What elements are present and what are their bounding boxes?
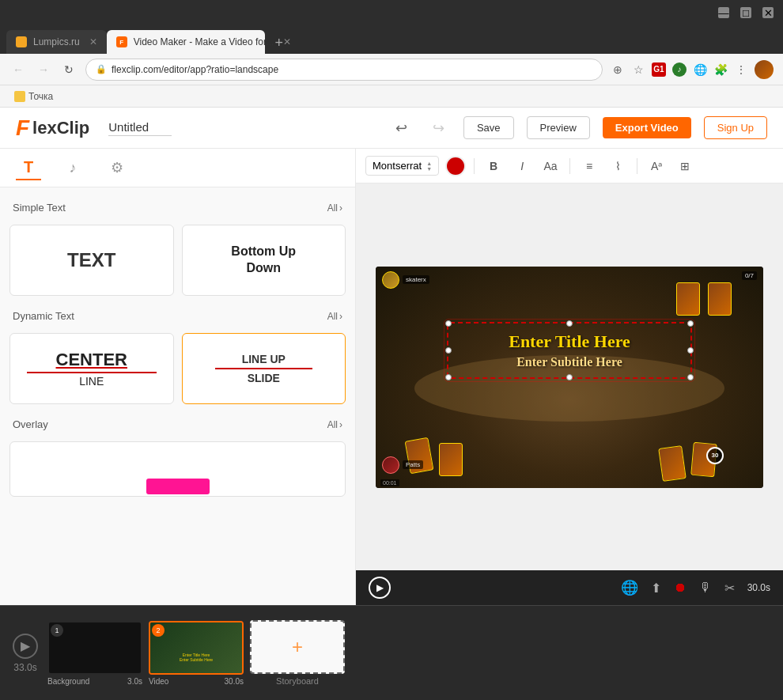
lineup-line [215,368,312,369]
storyboard-items: 1 Background 3.0s Enter Title HereEnter … [47,620,345,686]
back-button[interactable]: ← [9,61,27,78]
lineup-bottom: SLIDE [248,372,280,384]
redo-button[interactable]: ↪ [426,116,451,140]
bookmark-icon [14,91,25,102]
grid-button[interactable]: ⊞ [674,155,696,177]
handle-bm[interactable] [566,374,573,380]
video-subtitle-text[interactable]: Enter Subtitle Here [456,355,683,369]
game-ui-bottom-left: Patts [382,456,423,474]
handle-ml[interactable] [445,347,452,354]
simple-text-all[interactable]: All › [327,202,342,214]
left-panel: T ♪ ⚙ Simple Text All › [0,149,356,605]
refresh-button[interactable]: ↻ [60,61,78,78]
handle-tm[interactable] [566,320,573,327]
music-tab-icon: ♪ [70,160,77,176]
upload-control-icon[interactable]: ⬆ [651,581,661,596]
center-line-card[interactable]: CENTER LINE [9,333,174,404]
menu-icon[interactable]: ⋮ [734,62,748,77]
save-button[interactable]: Save [463,116,514,139]
bookmark-item[interactable]: Точка [9,91,58,102]
overlay-all[interactable]: All › [327,419,342,430]
font-size-button[interactable]: Aa [539,155,562,177]
bold-button[interactable]: B [482,155,505,177]
hp-display: 0/7 [742,271,757,280]
signup-button[interactable]: Sign Up [704,116,767,139]
right-panel: Montserrat ▲ ▼ B I Aa ≡ ⌇ Aᵃ ⊞ [356,149,783,605]
timer-indicator: 30 [706,447,724,464]
video-play-button[interactable]: ▶ [369,577,391,599]
browser-tabs: Lumpics.ru ✕ F Video Maker - Make a Vide… [0,25,783,54]
handle-br[interactable] [687,374,694,380]
panel-tab-music[interactable]: ♪ [60,155,85,180]
color-picker[interactable] [445,156,466,176]
simple-text-card[interactable]: TEXT [9,225,174,296]
add-storyboard-button[interactable]: + [250,620,345,674]
close-button[interactable]: ✕ [762,7,774,18]
url-text: flexclip.com/editor/app?ratio=landscape [112,64,278,75]
project-name[interactable]: Untitled [108,120,172,136]
simple-text-cards: TEXT Bottom UpDown [9,225,346,296]
handle-bl[interactable] [445,374,452,380]
video-title-text[interactable]: Enter Title Here [456,331,683,352]
bottom-up-card[interactable]: Bottom UpDown [182,225,346,296]
dynamic-text-all[interactable]: All › [327,311,342,322]
dynamic-all-chevron-icon: › [339,311,342,322]
game-card-4 [658,445,687,482]
url-input[interactable]: 🔒 flexclip.com/editor/app?ratio=landscap… [85,59,603,81]
extension-icon-red[interactable]: G1 [652,62,666,77]
address-icons: ⊕ ☆ G1 ♪ 🌐 🧩 ⋮ [611,60,774,79]
opponent-avatar [382,456,399,474]
app-header: F lexClip Untitled ↩ ↪ Save Preview Expo… [0,108,783,149]
underline-button[interactable]: ⌇ [607,155,629,177]
preview-button[interactable]: Preview [527,116,590,139]
handle-tr[interactable] [687,320,694,327]
logo: F lexClip [16,115,89,141]
new-tab-button[interactable]: + [268,32,290,54]
panel-tab-settings[interactable]: ⚙ [104,155,130,180]
video-canvas: skaterx 0/7 30 Patts 00:01 [376,267,763,488]
maximize-button[interactable]: □ [740,7,751,18]
minimize-button[interactable]: — [718,7,729,18]
italic-button[interactable]: I [511,155,533,177]
title-overlay-box[interactable]: Enter Title Here Enter Subtitle Here [447,322,692,379]
storyboard-item-2[interactable]: Enter Title HereEnter Subtitle Here 2 Vi… [149,621,244,686]
record-control-icon[interactable]: ⏺ [674,581,687,595]
time-display: 30.0s [747,582,770,593]
profile-avatar[interactable] [755,60,774,79]
overlay-pink-bar [146,479,210,494]
handle-mr[interactable] [687,347,694,354]
translate-icon[interactable]: ⊕ [611,62,625,77]
timeline-play-icon: ▶ [21,638,30,653]
overlay-card-1[interactable] [9,441,346,497]
lineup-card[interactable]: LINE UP SLIDE [182,333,346,404]
globe-icon[interactable]: 🌐 [693,62,707,77]
scissors-control-icon[interactable]: ✂ [724,581,735,596]
app-container: F lexClip Untitled ↩ ↪ Save Preview Expo… [0,108,783,700]
forward-button[interactable]: → [35,61,52,78]
add-storyboard-icon: + [292,636,303,658]
add-storyboard-container: + Storyboard [250,620,345,686]
puzzle-icon[interactable]: 🧩 [713,62,728,77]
browser-tab-1[interactable]: Lumpics.ru ✕ [6,30,107,54]
panel-tabs: T ♪ ⚙ [0,149,355,187]
align-button[interactable]: ≡ [578,155,600,177]
story-label-2: Video 30.0s [149,677,244,686]
export-button[interactable]: Export Video [603,117,691,138]
timeline-duration: 33.0s [13,662,36,673]
undo-button[interactable]: ↩ [389,116,414,140]
panel-tab-text[interactable]: T [16,155,41,180]
extension-icon-green[interactable]: ♪ [672,62,687,77]
star-icon[interactable]: ☆ [631,62,645,77]
text-style-button[interactable]: Aᵃ [645,155,668,177]
storyboard-item-1[interactable]: 1 Background 3.0s [47,621,142,686]
font-selector[interactable]: Montserrat ▲ ▼ [365,156,439,176]
globe-control-icon[interactable]: 🌐 [621,579,638,596]
story-thumb-title-text: Enter Title HereEnter Subtitle Here [180,653,213,662]
timeline-play-button[interactable]: ▶ [13,634,38,659]
browser-tab-2[interactable]: F Video Maker - Make a Video for... ✕ [107,30,265,54]
mic-control-icon[interactable]: 🎙 [699,581,712,595]
editor-main: T ♪ ⚙ Simple Text All › [0,149,783,605]
game-timer: 00:01 [380,479,399,486]
tab1-close[interactable]: ✕ [89,36,97,47]
handle-tl[interactable] [445,320,452,327]
